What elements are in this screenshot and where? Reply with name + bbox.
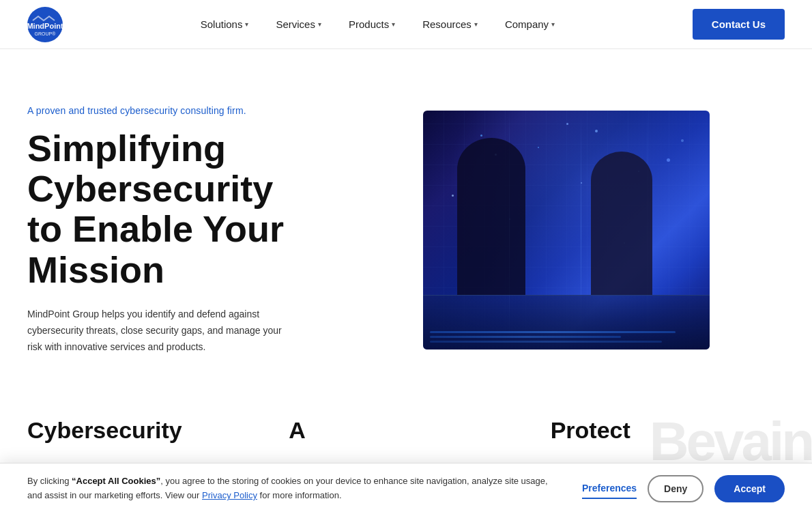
contact-us-button[interactable]: Contact Us <box>693 9 785 40</box>
chevron-down-icon: ▾ <box>245 20 248 28</box>
lower-col-1-title: Cybersecurity <box>27 418 261 443</box>
hero-text-block: A proven and trusted cybersecurity consu… <box>27 105 382 356</box>
nav-item-solutions[interactable]: Solutions▾ <box>187 13 263 35</box>
svg-text:MindPoint: MindPoint <box>27 22 63 30</box>
logo[interactable]: MindPoint GROUP® <box>27 7 63 42</box>
nav-item-services[interactable]: Services▾ <box>262 13 335 35</box>
lower-col-3-title: Protect <box>551 418 785 443</box>
nav-item-resources[interactable]: Resources▾ <box>409 13 491 35</box>
hero-image <box>423 111 710 349</box>
hero-description: MindPoint Group helps you identify and d… <box>27 306 287 355</box>
hero-tagline: A proven and trusted cybersecurity consu… <box>27 105 382 116</box>
lower-col-2-title: A <box>289 418 523 443</box>
lower-col-3: Protect <box>551 418 785 443</box>
chevron-down-icon: ▾ <box>318 20 321 28</box>
chevron-down-icon: ▾ <box>551 20 555 28</box>
privacy-policy-link[interactable]: Privacy Policy <box>202 490 257 500</box>
nav-item-products[interactable]: Products▾ <box>335 13 409 35</box>
nav-item-company[interactable]: Company▾ <box>491 13 568 35</box>
lower-col-2: A <box>289 418 523 443</box>
hero-section: A proven and trusted cybersecurity consu… <box>0 49 812 404</box>
cookie-text: By clicking “Accept All Cookies”, you ag… <box>27 474 562 503</box>
chevron-down-icon: ▾ <box>474 20 478 28</box>
preferences-button[interactable]: Preferences <box>582 479 637 499</box>
cookie-actions: Preferences Deny Accept <box>582 475 785 502</box>
lower-col-1: Cybersecurity <box>27 418 261 443</box>
hero-title: Simplifying Cybersecurity to Enable Your… <box>27 128 382 291</box>
svg-text:GROUP®: GROUP® <box>35 31 57 36</box>
nav-links: Solutions▾ Services▾ Products▾ Resources… <box>187 13 568 35</box>
deny-button[interactable]: Deny <box>648 475 704 502</box>
navbar: MindPoint GROUP® Solutions▾ Services▾ Pr… <box>0 0 812 49</box>
cookie-banner: By clicking “Accept All Cookies”, you ag… <box>0 463 812 514</box>
chevron-down-icon: ▾ <box>392 20 395 28</box>
lower-section: Cybersecurity A Protect <box>0 404 812 443</box>
accept-button[interactable]: Accept <box>714 475 785 502</box>
